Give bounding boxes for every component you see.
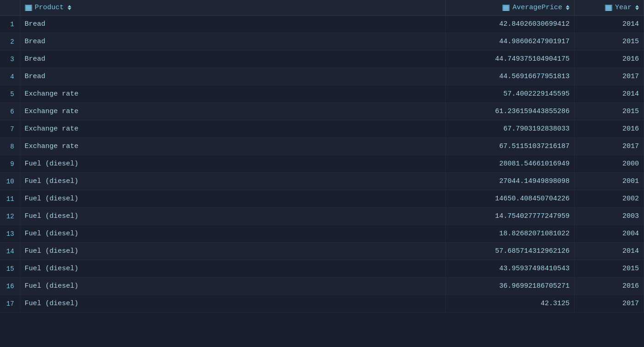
product-cell: Fuel (diesel): [20, 208, 446, 225]
product-cell: Fuel (diesel): [20, 190, 446, 208]
year-cell: 2017: [575, 138, 644, 155]
table-row: 7Exchange rate67.79031928380332016: [0, 120, 644, 138]
product-cell: Fuel (diesel): [20, 225, 446, 243]
product-cell: Fuel (diesel): [20, 173, 446, 190]
row-number-cell: 12: [0, 208, 20, 225]
row-number-cell: 16: [0, 278, 20, 295]
year-column-icon: [605, 5, 612, 11]
table-row: 11Fuel (diesel)14650.4084507042262002: [0, 190, 644, 208]
row-number-cell: 6: [0, 103, 20, 120]
averageprice-cell: 67.51151037216187: [446, 138, 575, 155]
year-column-label: Year: [615, 4, 632, 11]
row-number-header: [0, 0, 20, 16]
year-cell: 2003: [575, 208, 644, 225]
averageprice-cell: 14650.408450704226: [446, 190, 575, 208]
table-row: 2Bread44.986062479019172015: [0, 33, 644, 51]
averageprice-cell: 42.3125: [446, 295, 575, 313]
table-row: 9Fuel (diesel)28081.546610169492000: [0, 155, 644, 173]
table-body: 1Bread42.8402603069941220142Bread44.9860…: [0, 16, 644, 313]
row-number-cell: 3: [0, 51, 20, 68]
table-row: 14Fuel (diesel)57.6857143129621262014: [0, 243, 644, 260]
averageprice-cell: 57.4002229145595: [446, 85, 575, 103]
averageprice-column-icon: [502, 5, 510, 11]
year-cell: 2015: [575, 33, 644, 51]
year-cell: 2015: [575, 103, 644, 120]
row-number-cell: 13: [0, 225, 20, 243]
data-table: Product AveragePrice Year: [0, 0, 644, 313]
year-cell: 2014: [575, 16, 644, 33]
product-cell: Exchange rate: [20, 85, 446, 103]
product-cell: Bread: [20, 16, 446, 33]
table-row: 10Fuel (diesel)27044.149498980982001: [0, 173, 644, 190]
table-row: 12Fuel (diesel)14.7540277772479592003: [0, 208, 644, 225]
product-column-icon: [25, 5, 32, 11]
row-number-cell: 14: [0, 243, 20, 260]
row-number-cell: 10: [0, 173, 20, 190]
year-cell: 2001: [575, 173, 644, 190]
averageprice-cell: 42.84026030699412: [446, 16, 575, 33]
year-sort-icon: [635, 5, 639, 10]
table-row: 13Fuel (diesel)18.826820710810222004: [0, 225, 644, 243]
row-number-cell: 11: [0, 190, 20, 208]
table-header-row: Product AveragePrice Year: [0, 0, 644, 16]
product-sort-icon: [68, 5, 71, 10]
averageprice-sort-icon: [566, 5, 569, 10]
row-number-cell: 8: [0, 138, 20, 155]
year-cell: 2000: [575, 155, 644, 173]
product-cell: Bread: [20, 51, 446, 68]
table-row: 6Exchange rate61.2361594438552862015: [0, 103, 644, 120]
row-number-cell: 2: [0, 33, 20, 51]
year-cell: 2017: [575, 68, 644, 85]
row-number-cell: 5: [0, 85, 20, 103]
year-cell: 2002: [575, 190, 644, 208]
table-row: 15Fuel (diesel)43.959374984105432015: [0, 260, 644, 278]
averageprice-cell: 44.749375104904175: [446, 51, 575, 68]
table-row: 3Bread44.7493751049041752016: [0, 51, 644, 68]
averageprice-cell: 14.754027777247959: [446, 208, 575, 225]
averageprice-cell: 57.685714312962126: [446, 243, 575, 260]
table-row: 16Fuel (diesel)36.969921867052712016: [0, 278, 644, 295]
year-cell: 2015: [575, 260, 644, 278]
product-cell: Exchange rate: [20, 120, 446, 138]
year-cell: 2016: [575, 51, 644, 68]
year-cell: 2016: [575, 278, 644, 295]
row-number-cell: 17: [0, 295, 20, 313]
product-cell: Fuel (diesel): [20, 295, 446, 313]
table-container: Product AveragePrice Year: [0, 0, 644, 347]
table-row: 1Bread42.840260306994122014: [0, 16, 644, 33]
row-number-cell: 1: [0, 16, 20, 33]
year-cell: 2016: [575, 120, 644, 138]
table-row: 4Bread44.569166779518132017: [0, 68, 644, 85]
averageprice-cell: 44.56916677951813: [446, 68, 575, 85]
table-row: 8Exchange rate67.511510372161872017: [0, 138, 644, 155]
table-row: 17Fuel (diesel)42.31252017: [0, 295, 644, 313]
product-column-header[interactable]: Product: [20, 0, 446, 16]
averageprice-cell: 43.95937498410543: [446, 260, 575, 278]
year-cell: 2014: [575, 85, 644, 103]
product-cell: Exchange rate: [20, 138, 446, 155]
year-column-header[interactable]: Year: [575, 0, 644, 16]
table-row: 5Exchange rate57.40022291455952014: [0, 85, 644, 103]
row-number-cell: 4: [0, 68, 20, 85]
product-cell: Bread: [20, 33, 446, 51]
averageprice-column-label: AveragePrice: [512, 4, 562, 11]
row-number-cell: 7: [0, 120, 20, 138]
row-number-cell: 9: [0, 155, 20, 173]
product-cell: Fuel (diesel): [20, 260, 446, 278]
product-cell: Fuel (diesel): [20, 243, 446, 260]
averageprice-cell: 36.96992186705271: [446, 278, 575, 295]
product-cell: Bread: [20, 68, 446, 85]
year-cell: 2014: [575, 243, 644, 260]
averageprice-cell: 27044.14949898098: [446, 173, 575, 190]
averageprice-cell: 67.7903192838033: [446, 120, 575, 138]
product-cell: Exchange rate: [20, 103, 446, 120]
averageprice-cell: 61.236159443855286: [446, 103, 575, 120]
row-number-cell: 15: [0, 260, 20, 278]
product-cell: Fuel (diesel): [20, 278, 446, 295]
averageprice-cell: 28081.54661016949: [446, 155, 575, 173]
year-cell: 2017: [575, 295, 644, 313]
averageprice-cell: 44.98606247901917: [446, 33, 575, 51]
year-cell: 2004: [575, 225, 644, 243]
product-cell: Fuel (diesel): [20, 155, 446, 173]
averageprice-column-header[interactable]: AveragePrice: [446, 0, 575, 16]
